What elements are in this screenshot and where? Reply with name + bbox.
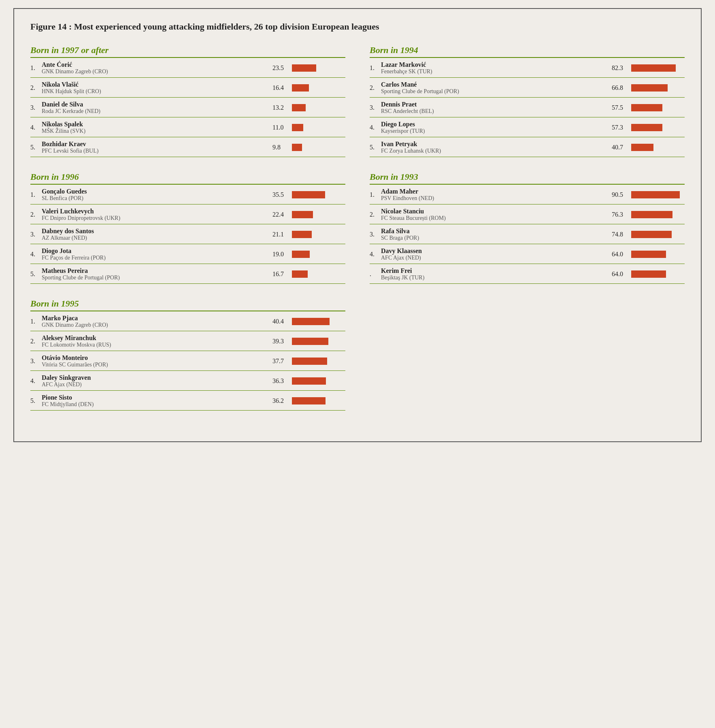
player-rank: . bbox=[370, 270, 381, 278]
player-score-bar: 57.5 bbox=[612, 104, 685, 111]
player-score-bar: 57.3 bbox=[612, 124, 685, 131]
player-bar bbox=[292, 191, 325, 198]
player-info: Nicolae StanciuFC Steaua București (ROM) bbox=[381, 208, 612, 221]
player-rank: 5. bbox=[30, 397, 42, 404]
player-rank: 2. bbox=[30, 211, 42, 218]
player-info: Adam MaherPSV Eindhoven (NED) bbox=[381, 188, 612, 202]
player-score-bar: 16.4 bbox=[272, 84, 345, 92]
player-info: Rafa SilvaSC Braga (POR) bbox=[381, 228, 612, 241]
player-club: PSV Eindhoven (NED) bbox=[381, 195, 612, 202]
player-name: Dabney dos Santos bbox=[42, 228, 272, 235]
player-club: SC Braga (POR) bbox=[381, 235, 612, 241]
player-info: Matheus PereiraSporting Clube de Portuga… bbox=[42, 267, 272, 281]
player-bar bbox=[292, 231, 312, 238]
player-bar bbox=[292, 338, 328, 345]
player-score: 74.8 bbox=[612, 231, 628, 238]
player-score-bar: 22.4 bbox=[272, 211, 345, 218]
section-born-1993: Born in 19931.Adam MaherPSV Eindhoven (N… bbox=[370, 172, 685, 284]
player-club: Sporting Clube de Portugal (POR) bbox=[381, 88, 612, 95]
player-rank: 3. bbox=[370, 104, 381, 111]
player-score-bar: 90.5 bbox=[612, 191, 685, 198]
figure-container: Figure 14 : Most experienced young attac… bbox=[13, 8, 702, 442]
player-rank: 4. bbox=[30, 251, 42, 258]
player-score-bar: 36.3 bbox=[272, 377, 345, 385]
player-club: Fenerbahçe SK (TUR) bbox=[381, 68, 612, 75]
table-row: 5.Pione SistoFC Midtjylland (DEN)36.2 bbox=[30, 391, 345, 411]
table-row: 3.Otávio MonteiroVitória SC Guimarães (P… bbox=[30, 351, 345, 371]
player-score: 82.3 bbox=[612, 64, 628, 72]
player-bar bbox=[292, 318, 330, 325]
table-row: 2.Nikola VlašićHNK Hajduk Split (CRO)16.… bbox=[30, 78, 345, 98]
player-bar bbox=[631, 64, 676, 72]
player-bar bbox=[631, 270, 666, 278]
player-rank: 5. bbox=[30, 270, 42, 278]
player-score-bar: 66.8 bbox=[612, 84, 685, 92]
table-row: .Kerim FreiBeşiktaş JK (TUR)64.0 bbox=[370, 264, 685, 284]
table-row: 5.Matheus PereiraSporting Clube de Portu… bbox=[30, 264, 345, 284]
player-bar bbox=[292, 64, 316, 72]
player-score: 11.0 bbox=[272, 124, 289, 131]
table-row: 3.Dennis PraetRSC Anderlecht (BEL)57.5 bbox=[370, 98, 685, 117]
table-row: 2.Aleksey MiranchukFC Lokomotiv Moskva (… bbox=[30, 331, 345, 351]
player-score: 16.4 bbox=[272, 84, 289, 92]
player-info: Pione SistoFC Midtjylland (DEN) bbox=[42, 394, 272, 408]
player-club: GNK Dinamo Zagreb (CRO) bbox=[42, 322, 272, 328]
player-club: HNK Hajduk Split (CRO) bbox=[42, 88, 272, 95]
player-club: FC Paços de Ferreira (POR) bbox=[42, 255, 272, 261]
player-info: Valeri LuchkevychFC Dnipro Dnipropetrovs… bbox=[42, 208, 272, 221]
player-rank: 3. bbox=[30, 231, 42, 238]
player-info: Nikolas SpalekMŠK Žilina (SVK) bbox=[42, 121, 272, 134]
player-score: 57.3 bbox=[612, 124, 628, 131]
table-row: 1.Lazar MarkovićFenerbahçe SK (TUR)82.3 bbox=[370, 58, 685, 78]
player-rank: 5. bbox=[30, 144, 42, 151]
player-info: Diogo JotaFC Paços de Ferreira (POR) bbox=[42, 247, 272, 261]
player-score: 37.7 bbox=[272, 358, 289, 365]
player-bar bbox=[292, 124, 303, 131]
player-name: Daley Sinkgraven bbox=[42, 374, 272, 381]
player-score-bar: 21.1 bbox=[272, 231, 345, 238]
player-club: FC Dnipro Dnipropetrovsk (UKR) bbox=[42, 215, 272, 221]
player-bar bbox=[292, 144, 302, 151]
player-name: Rafa Silva bbox=[381, 228, 612, 235]
player-name: Lazar Marković bbox=[381, 61, 612, 68]
player-score: 64.0 bbox=[612, 251, 628, 258]
player-score: 36.3 bbox=[272, 377, 289, 385]
player-rank: 3. bbox=[30, 104, 42, 111]
player-bar bbox=[292, 270, 308, 278]
player-club: GNK Dinamo Zagreb (CRO) bbox=[42, 68, 272, 75]
player-rank: 2. bbox=[370, 84, 381, 92]
player-score: 19.0 bbox=[272, 251, 289, 258]
player-bar bbox=[292, 251, 310, 258]
player-score-bar: 36.2 bbox=[272, 397, 345, 404]
section-born-1995: Born in 19951.Marko PjacaGNK Dinamo Zagr… bbox=[30, 298, 345, 411]
player-info: Dabney dos SantosAZ Alkmaar (NED) bbox=[42, 228, 272, 241]
table-row: 3.Daniel de SilvaRoda JC Kerkrade (NED)1… bbox=[30, 98, 345, 117]
player-rank: 1. bbox=[30, 64, 42, 72]
player-rank: 1. bbox=[370, 191, 381, 198]
columns-wrapper: Born in 1997 or after1.Ante ĆorićGNK Din… bbox=[30, 45, 685, 425]
section-title-born-1996: Born in 1996 bbox=[30, 172, 345, 182]
player-name: Kerim Frei bbox=[381, 267, 612, 275]
player-club: RSC Anderlecht (BEL) bbox=[381, 108, 612, 115]
table-row: 2.Carlos ManéSporting Clube de Portugal … bbox=[370, 78, 685, 98]
player-bar bbox=[631, 144, 653, 151]
player-score-bar: 74.8 bbox=[612, 231, 685, 238]
player-bar bbox=[292, 211, 313, 218]
player-score: 22.4 bbox=[272, 211, 289, 218]
player-score-bar: 23.5 bbox=[272, 64, 345, 72]
table-row: 2.Nicolae StanciuFC Steaua București (RO… bbox=[370, 204, 685, 224]
player-score-bar: 82.3 bbox=[612, 64, 685, 72]
player-bar bbox=[631, 191, 680, 198]
player-name: Nikola Vlašić bbox=[42, 81, 272, 88]
table-row: 5.Ivan PetryakFC Zorya Luhansk (UKR)40.7 bbox=[370, 137, 685, 157]
player-rank: 3. bbox=[30, 358, 42, 365]
player-club: FC Lokomotiv Moskva (RUS) bbox=[42, 342, 272, 348]
player-score-bar: 39.3 bbox=[272, 338, 345, 345]
player-name: Diego Lopes bbox=[381, 121, 612, 128]
player-info: Lazar MarkovićFenerbahçe SK (TUR) bbox=[381, 61, 612, 75]
player-name: Marko Pjaca bbox=[42, 315, 272, 322]
table-row: 3.Dabney dos SantosAZ Alkmaar (NED)21.1 bbox=[30, 224, 345, 244]
player-score: 13.2 bbox=[272, 104, 289, 111]
section-born-1996: Born in 19961.Gonçalo GuedesSL Benfica (… bbox=[30, 172, 345, 284]
player-bar bbox=[292, 84, 309, 92]
